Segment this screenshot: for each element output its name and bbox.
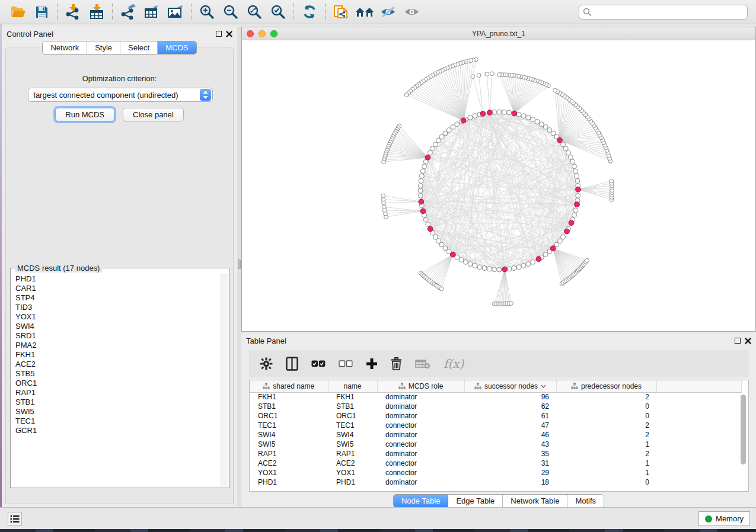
column-header-successor-nodes[interactable]: successor nodes xyxy=(464,380,556,392)
mcds-result-item[interactable]: TEC1 xyxy=(15,416,221,426)
close-panel-icon[interactable] xyxy=(226,31,232,37)
mcds-result-item[interactable]: TID3 xyxy=(15,303,221,312)
table-row[interactable]: SWI5SWI5connector431 xyxy=(250,440,741,449)
float-panel-icon[interactable] xyxy=(735,338,741,344)
cell-empty xyxy=(656,421,741,430)
mcds-result-list[interactable]: PHD1CAR1STP4TID3YOX1SWI4SRD1PMA2FKH1ACE2… xyxy=(11,273,221,487)
cell-empty xyxy=(656,392,741,402)
cell-name: STB1 xyxy=(328,402,377,411)
zoom-selected-icon[interactable] xyxy=(266,2,290,22)
deselect-all-icon[interactable] xyxy=(339,360,353,368)
mcds-result-item[interactable]: STB1 xyxy=(15,398,221,407)
cell-shared_name: ACE2 xyxy=(250,459,328,468)
table-scrollbar[interactable] xyxy=(740,393,747,490)
network-canvas[interactable] xyxy=(242,40,755,331)
first-neighbors-icon[interactable] xyxy=(353,2,377,22)
open-session-icon[interactable] xyxy=(6,2,30,22)
cell-shared_name: SWI5 xyxy=(250,440,328,449)
mcds-result-item[interactable]: YOX1 xyxy=(15,312,221,322)
mcds-result-item[interactable]: SRD1 xyxy=(15,331,221,341)
shared-column-icon xyxy=(398,383,406,389)
table-row[interactable]: YOX1YOX1connector291 xyxy=(250,468,741,477)
mcds-result-item[interactable]: GCR1 xyxy=(15,426,221,435)
memory-button[interactable]: Memory xyxy=(698,511,750,526)
tab-select[interactable]: Select xyxy=(120,41,158,54)
select-all-icon[interactable] xyxy=(311,360,326,368)
import-network-icon[interactable] xyxy=(61,2,85,22)
table-row[interactable]: SWI4SWI4dominator462 xyxy=(250,430,741,440)
mcds-result-item[interactable]: ACE2 xyxy=(15,360,221,369)
tab-style[interactable]: Style xyxy=(87,41,120,54)
import-table-icon[interactable] xyxy=(85,2,109,22)
table-row[interactable]: FKH1FKH1dominator962 xyxy=(250,392,741,402)
mcds-result-item[interactable]: CAR1 xyxy=(15,284,221,293)
table-row[interactable]: TEC1TEC1connector472 xyxy=(250,421,741,430)
table-row[interactable]: ACE2ACE2connector311 xyxy=(250,459,741,468)
delete-column-icon[interactable] xyxy=(391,357,402,370)
table-row[interactable]: RAP1RAP1dominator352 xyxy=(250,449,741,459)
mcds-result-item[interactable]: PMA2 xyxy=(15,341,221,350)
column-header-predecessor-nodes[interactable]: predecessor nodes xyxy=(556,380,656,392)
split-columns-icon[interactable] xyxy=(286,357,298,371)
shared-column-icon xyxy=(474,383,481,389)
panel-list-button[interactable] xyxy=(8,512,22,525)
mcds-result-item[interactable]: FKH1 xyxy=(15,350,221,360)
hide-selected-icon[interactable] xyxy=(377,2,400,22)
export-image-icon[interactable] xyxy=(164,2,187,22)
mcds-result-item[interactable]: SWI4 xyxy=(15,322,221,331)
optimization-criterion-label: Optimization criterion: xyxy=(6,74,233,83)
toolbar-separator xyxy=(191,4,192,20)
desktop-wallpaper-bottom xyxy=(0,529,756,532)
mcds-result-item[interactable]: PHD1 xyxy=(15,274,221,284)
table-row[interactable]: PHD1PHD1dominator180 xyxy=(250,477,741,487)
close-panel-button[interactable]: Close panel xyxy=(123,108,184,121)
column-header-shared-name[interactable]: shared name xyxy=(250,380,328,392)
duplicate-network-icon[interactable] xyxy=(329,2,353,22)
tab-edge-table[interactable]: Edge Table xyxy=(448,495,503,507)
mcds-result-item[interactable]: SWI5 xyxy=(15,407,221,416)
tab-node-table[interactable]: Node Table xyxy=(394,495,449,507)
column-header-MCDS-role[interactable]: MCDS role xyxy=(377,380,464,392)
export-network-icon[interactable] xyxy=(116,2,140,22)
run-mcds-button[interactable]: Run MCDS xyxy=(55,108,114,121)
panel-splitter[interactable] xyxy=(237,27,241,507)
splitter-grip[interactable] xyxy=(238,259,241,269)
create-column-icon[interactable] xyxy=(366,358,378,370)
mcds-tab-content: NetworkStyleSelectMCDS Optimization crit… xyxy=(5,47,234,504)
mcds-result-item[interactable]: STP4 xyxy=(15,293,221,303)
float-panel-icon[interactable] xyxy=(216,31,222,37)
mcds-result-item[interactable]: ORC1 xyxy=(15,379,221,388)
table-row[interactable]: STB1STB1dominator620 xyxy=(250,402,741,411)
table-settings-icon[interactable] xyxy=(260,357,273,370)
zoom-fit-icon[interactable] xyxy=(243,2,266,22)
sort-desc-icon xyxy=(541,384,546,388)
close-panel-icon[interactable] xyxy=(745,338,751,344)
toolbar-separator xyxy=(325,4,326,20)
cell-successor_nodes: 96 xyxy=(464,392,556,402)
zoom-out-icon[interactable] xyxy=(219,2,243,22)
tab-mcds[interactable]: MCDS xyxy=(158,41,196,54)
main-toolbar xyxy=(0,0,756,24)
cell-shared_name: FKH1 xyxy=(250,392,328,402)
criterion-select[interactable]: largest connected component (undirected) xyxy=(28,88,213,102)
cell-successor_nodes: 18 xyxy=(464,477,556,487)
result-scrollbar[interactable] xyxy=(221,273,228,487)
tab-network-table[interactable]: Network Table xyxy=(503,495,567,507)
zoom-in-icon[interactable] xyxy=(195,2,219,22)
refresh-icon[interactable] xyxy=(298,2,321,22)
mcds-result-item[interactable]: RAP1 xyxy=(15,388,221,398)
tab-network[interactable]: Network xyxy=(43,41,87,54)
save-session-icon[interactable] xyxy=(30,2,53,22)
cell-name: TEC1 xyxy=(328,421,377,430)
table-scrollbar-thumb[interactable] xyxy=(741,395,746,464)
shared-column-icon xyxy=(571,383,578,389)
mcds-result-item[interactable]: STB5 xyxy=(15,369,221,379)
tab-motifs[interactable]: Motifs xyxy=(567,495,604,507)
table-panel: Table Panel xyxy=(241,334,756,507)
table-row[interactable]: ORC1ORC1dominator610 xyxy=(250,411,741,421)
show-all-icon[interactable] xyxy=(400,2,424,22)
network-window-titlebar[interactable]: YPA_prune.txt_1 xyxy=(242,27,755,40)
search-input[interactable] xyxy=(579,5,748,20)
column-header-name[interactable]: name xyxy=(328,380,377,392)
export-table-icon[interactable] xyxy=(140,2,164,22)
